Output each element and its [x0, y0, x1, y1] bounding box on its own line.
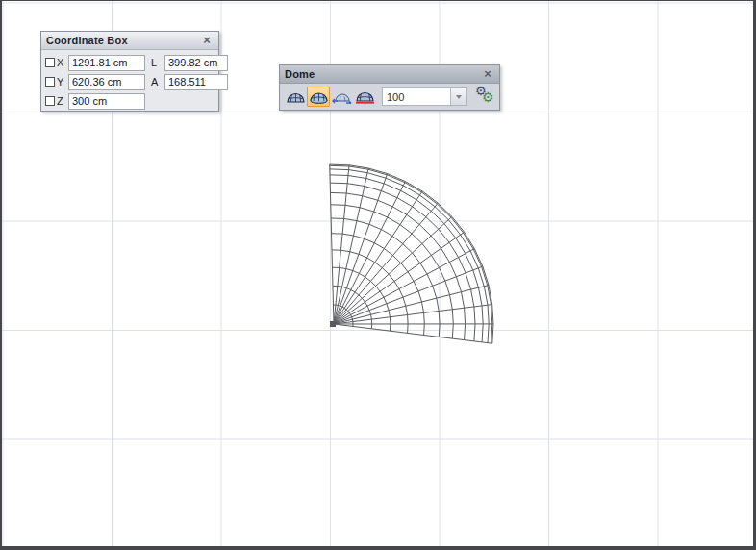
coordinate-row-y: Y A — [45, 72, 214, 91]
chevron-down-icon — [456, 95, 462, 99]
dome-move-tool-button[interactable] — [330, 87, 353, 107]
dome-resolution-combobox — [382, 88, 467, 106]
y-lock-checkbox[interactable] — [45, 77, 55, 87]
z-lock-checkbox[interactable] — [45, 96, 55, 106]
dome-baseline-tool-button[interactable] — [353, 87, 376, 107]
x-value-field[interactable] — [68, 55, 145, 71]
dome-3d-icon — [309, 90, 329, 104]
dome-settings-button[interactable]: ⚙ ⚙ — [474, 87, 495, 108]
dome-3d-tool-button[interactable] — [307, 87, 330, 107]
gears-icon: ⚙ — [482, 89, 494, 105]
z-value-field[interactable] — [68, 93, 145, 110]
a-label: A — [151, 76, 160, 88]
a-value-field[interactable] — [164, 74, 228, 90]
dome-toolbar-palette: Dome × — [279, 64, 500, 111]
dome-plain-tool-button[interactable] — [284, 87, 307, 107]
close-icon[interactable]: × — [200, 34, 214, 47]
x-lock-checkbox[interactable] — [45, 58, 55, 67]
dome-plain-icon — [286, 90, 306, 104]
coordinate-box-body: X L Y A Z — [41, 50, 218, 112]
coordinate-box-title: Coordinate Box — [46, 35, 200, 46]
coordinate-row-z: Z — [45, 91, 214, 111]
dome-baseline-icon — [355, 90, 375, 104]
dome-resolution-input[interactable] — [383, 88, 450, 105]
coordinate-row-x: X L — [45, 53, 214, 72]
y-axis-label: Y — [57, 76, 66, 88]
dome-toolbar-body: ⚙ ⚙ — [280, 84, 499, 110]
dome-move-icon — [332, 90, 352, 104]
close-icon[interactable]: × — [481, 67, 494, 81]
coordinate-box-palette: Coordinate Box × X L Y A Z — [40, 31, 219, 112]
dome-toolbar-titlebar[interactable]: Dome × — [280, 65, 499, 84]
dome-toolbar-title: Dome — [285, 68, 481, 80]
app-window: Coordinate Box × X L Y A Z — [0, 0, 756, 550]
dropdown-button[interactable] — [450, 88, 466, 105]
l-label: L — [151, 57, 160, 68]
y-value-field[interactable] — [68, 74, 145, 90]
x-axis-label: X — [57, 57, 66, 68]
l-value-field[interactable] — [164, 55, 228, 71]
z-axis-label: Z — [57, 95, 66, 107]
coordinate-box-titlebar[interactable]: Coordinate Box × — [41, 32, 218, 50]
